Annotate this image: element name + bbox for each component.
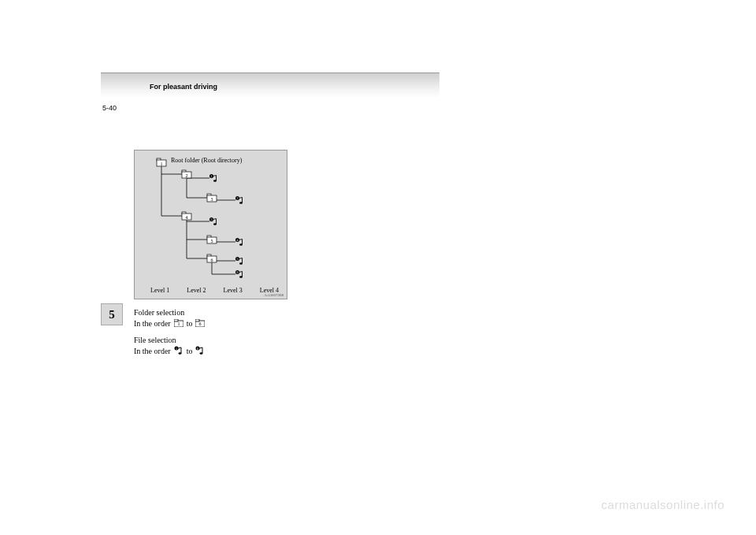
label-text: Folder selection [134, 308, 184, 317]
file-order-row: In the order 1 to 6 [134, 346, 291, 357]
level-label: Level 3 [224, 287, 243, 294]
folder-icon: 4 [182, 212, 191, 220]
svg-text:4: 4 [237, 238, 239, 242]
svg-text:1: 1 [177, 321, 180, 326]
watermark: carmanualsonline.info [602, 498, 724, 511]
manual-page: For pleasant driving 5-40 5 123456 12345… [0, 0, 756, 535]
music-note-icon: 2 [235, 196, 243, 204]
svg-point-63 [200, 352, 203, 355]
music-note-icon: 1 [174, 346, 183, 355]
svg-text:1: 1 [161, 162, 163, 166]
svg-point-48 [239, 262, 243, 265]
svg-point-39 [239, 202, 243, 204]
label-text: to [187, 346, 193, 357]
page-number: 5-40 [102, 104, 117, 112]
level-labels: Level 1 Level 2 Level 3 Level 4 [150, 287, 279, 294]
header-bar: For pleasant driving [101, 72, 439, 98]
label-text: File selection [134, 336, 176, 344]
folder-selection-heading: Folder selection [134, 307, 291, 318]
folder-icon: 5 [207, 236, 217, 243]
folder-icon: 2 [182, 170, 191, 178]
svg-text:5: 5 [211, 239, 213, 243]
file-selection-heading: File selection [134, 335, 291, 346]
music-note-icon: 6 [195, 346, 205, 355]
header-label: For pleasant driving [150, 83, 217, 91]
svg-text:3: 3 [211, 217, 213, 221]
music-note-icon: 6 [235, 270, 243, 278]
folder-tree-diagram: 123456 123456 Root folder (Root director… [134, 150, 287, 299]
svg-text:1: 1 [211, 174, 213, 178]
svg-text:5: 5 [237, 257, 239, 261]
level-label: Level 1 [150, 287, 169, 294]
level-label: Level 2 [187, 287, 206, 294]
music-note-icon: 1 [209, 174, 217, 182]
svg-text:6: 6 [237, 270, 239, 274]
root-folder-label: Root folder (Root directory) [171, 157, 242, 164]
svg-text:1: 1 [176, 347, 177, 351]
section-tab: 5 [101, 303, 123, 325]
music-note-icon: 4 [235, 238, 243, 246]
folder-icon: 1 [157, 158, 166, 166]
svg-point-60 [178, 352, 181, 355]
label-text: In the order [134, 346, 171, 357]
folder-icon: 1 [174, 319, 183, 327]
folder-icon: 6 [195, 319, 205, 327]
svg-text:6: 6 [197, 347, 198, 351]
diagram-svg: 123456 123456 [135, 150, 288, 300]
svg-text:2: 2 [237, 196, 239, 200]
music-note-icon: 5 [235, 257, 243, 265]
music-note-icon: 3 [209, 217, 217, 225]
svg-text:6: 6 [211, 258, 213, 262]
folder-icon: 6 [207, 254, 217, 262]
svg-point-36 [213, 180, 217, 182]
svg-point-45 [239, 243, 243, 246]
svg-text:4: 4 [186, 215, 188, 220]
svg-point-51 [239, 276, 243, 278]
body-text: Folder selection In the order 1 to 6 Fil… [134, 307, 291, 361]
svg-text:3: 3 [211, 197, 213, 202]
folder-icon: 3 [207, 194, 217, 202]
label-text: In the order [134, 318, 171, 329]
folder-order-row: In the order 1 to 6 [134, 318, 291, 329]
svg-text:2: 2 [186, 173, 188, 178]
diagram-image-id: AA3007268 [264, 293, 284, 297]
svg-text:6: 6 [199, 321, 202, 326]
svg-point-42 [213, 223, 217, 225]
label-text: to [187, 318, 193, 329]
